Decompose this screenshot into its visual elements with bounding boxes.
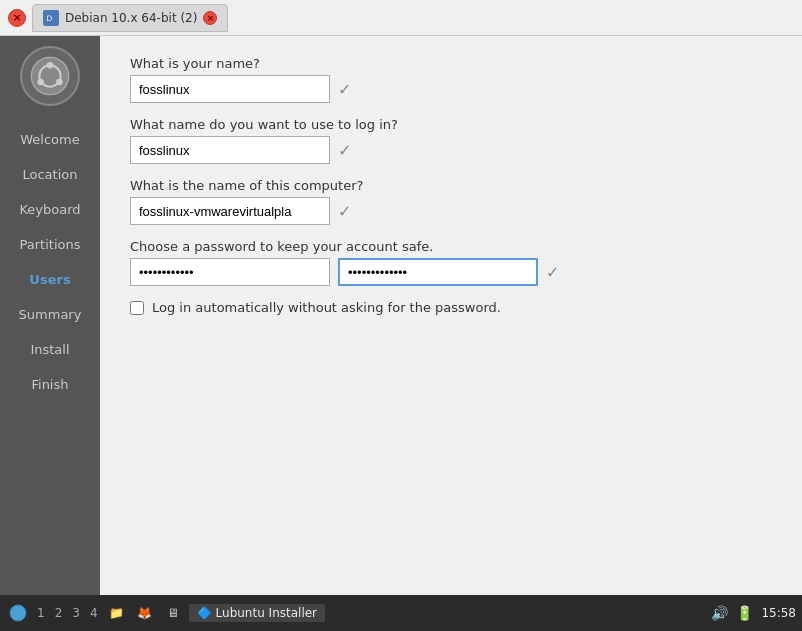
password-row: ✓ [130,258,772,286]
title-tab: D Debian 10.x 64-bit (2) × [32,4,228,32]
taskbar-app-label: Lubuntu Installer [216,606,317,620]
sidebar: Welcome Location Keyboard Partitions Use… [0,36,100,595]
sidebar-item-install[interactable]: Install [0,332,100,367]
taskbar-firefox-icon[interactable]: 🦊 [133,601,157,625]
tab-icon: D [43,10,59,26]
taskbar-files-icon[interactable]: 📁 [105,601,129,625]
main-container: Welcome Location Keyboard Partitions Use… [0,36,802,595]
password-check-icon: ✓ [546,263,559,282]
login-check-icon: ✓ [338,141,351,160]
password-confirm-input[interactable] [338,258,538,286]
sidebar-logo [20,46,80,106]
sidebar-item-welcome[interactable]: Welcome [0,122,100,157]
taskbar-num-4[interactable]: 4 [87,606,101,620]
sidebar-item-finish[interactable]: Finish [0,367,100,402]
sidebar-item-location[interactable]: Location [0,157,100,192]
login-label: What name do you want to use to log in? [130,117,772,132]
content-area: What is your name? ✓ What name do you wa… [100,36,802,595]
sidebar-item-keyboard[interactable]: Keyboard [0,192,100,227]
autologin-row: Log in automatically without asking for … [130,300,772,315]
computer-row: ✓ [130,197,772,225]
sidebar-item-summary[interactable]: Summary [0,297,100,332]
taskbar-start-icon[interactable] [6,601,30,625]
password-input[interactable] [130,258,330,286]
taskbar-speaker-icon[interactable]: 🔊 [711,605,728,621]
taskbar-terminal-icon[interactable]: 🖥 [161,601,185,625]
autologin-checkbox[interactable] [130,301,144,315]
sidebar-item-partitions[interactable]: Partitions [0,227,100,262]
name-label: What is your name? [130,56,772,71]
name-row: ✓ [130,75,772,103]
login-section: What name do you want to use to log in? … [130,117,772,164]
tab-label: Debian 10.x 64-bit (2) [65,11,197,25]
taskbar-battery-icon: 🔋 [736,605,753,621]
taskbar-num-2[interactable]: 2 [52,606,66,620]
name-check-icon: ✓ [338,80,351,99]
autologin-label: Log in automatically without asking for … [152,300,501,315]
taskbar-num-3[interactable]: 3 [69,606,83,620]
title-bar: × D Debian 10.x 64-bit (2) × [0,0,802,36]
computer-label: What is the name of this computer? [130,178,772,193]
name-section: What is your name? ✓ [130,56,772,103]
password-section: Choose a password to keep your account s… [130,239,772,286]
password-label: Choose a password to keep your account s… [130,239,772,254]
name-input[interactable] [130,75,330,103]
taskbar-app-icon: 🔷 [197,606,212,620]
computer-check-icon: ✓ [338,202,351,221]
login-input[interactable] [130,136,330,164]
svg-point-6 [37,79,44,86]
taskbar-right: 🔊 🔋 15:58 [711,605,796,621]
svg-point-7 [10,605,26,621]
taskbar-clock: 15:58 [761,606,796,620]
login-row: ✓ [130,136,772,164]
svg-point-4 [47,62,54,69]
sidebar-item-users[interactable]: Users [0,262,100,297]
taskbar-num-1[interactable]: 1 [34,606,48,620]
taskbar-installer-app[interactable]: 🔷 Lubuntu Installer [189,604,325,622]
svg-text:D: D [47,14,53,23]
computer-section: What is the name of this computer? ✓ [130,178,772,225]
window-close-button[interactable]: × [8,9,26,27]
taskbar: 1 2 3 4 📁 🦊 🖥 🔷 Lubuntu Installer 🔊 🔋 15… [0,595,802,631]
computer-input[interactable] [130,197,330,225]
svg-point-5 [56,79,63,86]
tab-close-button[interactable]: × [203,11,217,25]
